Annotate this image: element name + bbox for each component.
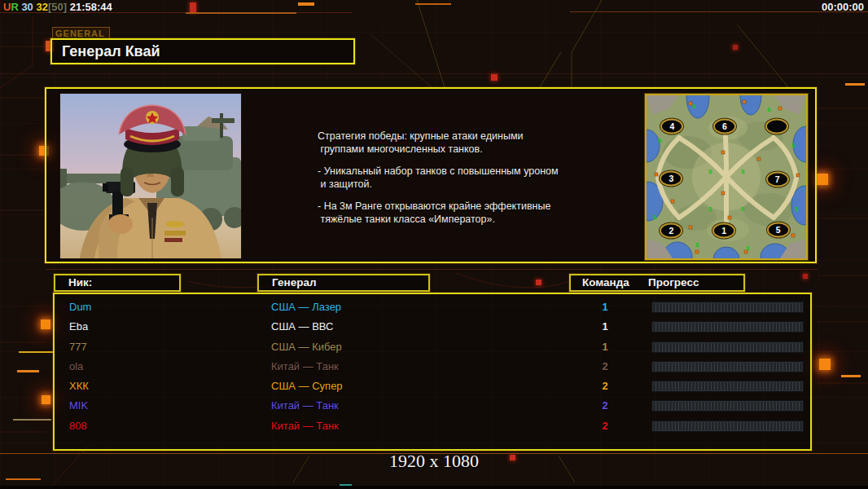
decor-square [819, 359, 831, 370]
map-preview: $$$ $$$ $$$ $$$ 4637215 [645, 94, 808, 260]
general-portrait-art [60, 94, 241, 258]
general-header-label: Генерал [272, 276, 316, 289]
status-segment: 21:58:44 [67, 1, 112, 13]
players-table: DumСША — Лазер1EbaСША — ВВС1777США — Киб… [53, 293, 812, 451]
player-team: 1 [596, 301, 614, 313]
map-markers: 4637215 [647, 95, 806, 258]
match-timer: 00:00:00 [822, 1, 864, 13]
map-start-marker [765, 119, 788, 134]
general-name-box: Генерал Квай [50, 38, 355, 64]
player-general: Китай — Танк [271, 399, 515, 412]
player-nick: Dum [69, 301, 248, 313]
player-nick: ola [69, 360, 248, 372]
decor-dash [17, 370, 39, 372]
player-team: 2 [596, 420, 614, 432]
player-progress [651, 361, 804, 372]
player-general: США — Кибер [271, 341, 515, 353]
status-segment: 32 [36, 1, 47, 13]
decor-dash [298, 2, 314, 6]
description-line: Стратегия победы: крупные атаки едиными [318, 130, 586, 143]
player-row: 808Китай — Танк2 [55, 416, 810, 436]
map-start-marker: 4 [660, 119, 683, 134]
map-start-marker: 7 [766, 172, 789, 187]
map-start-marker: 5 [767, 222, 790, 238]
nick-header-label: Ник: [68, 276, 92, 289]
player-general: США — Супер [271, 380, 515, 392]
loading-screen: UR 30 32[50] 21:58:44 00:00:00 GENERAL Г… [0, 0, 868, 489]
player-nick: 808 [69, 420, 248, 432]
player-progress [651, 381, 804, 392]
player-general: США — ВВС [271, 320, 515, 333]
progress-bar [651, 341, 804, 353]
decor-dash [13, 419, 51, 421]
team-header-label: Команда [582, 275, 629, 290]
description-line: группами многочисленных танков. [318, 143, 586, 156]
lobby-status: UR 30 32[50] 21:58:44 [3, 1, 112, 13]
player-nick: ХКК [69, 380, 248, 392]
description-line [318, 156, 586, 165]
player-progress [651, 421, 804, 432]
general-portrait [59, 93, 242, 259]
status-segment: 30 [19, 1, 37, 13]
column-header-team-progress: Команда Прогресс [569, 274, 745, 292]
decor-dash [841, 375, 861, 377]
player-nick: MIK [69, 399, 248, 412]
resolution-label: 1920 x 1080 [0, 451, 868, 472]
column-header-nick: Ник: [54, 274, 181, 292]
decor-dash [186, 12, 296, 14]
description-line: и защитой. [318, 178, 586, 191]
bottom-strip [0, 486, 868, 489]
column-header-general: Генерал [257, 274, 430, 292]
progress-bar [651, 321, 804, 333]
player-progress [651, 302, 804, 313]
status-segment: R [11, 1, 18, 13]
decor-square [733, 45, 738, 50]
map-start-marker: 6 [713, 119, 736, 134]
map-start-marker: 3 [660, 171, 682, 187]
player-progress [651, 321, 804, 333]
general-tab-label: GENERAL [52, 27, 110, 39]
player-progress [651, 400, 804, 412]
progress-header-label: Прогресс [648, 275, 699, 290]
map-start-marker: 1 [712, 223, 735, 239]
general-name: Генерал Квай [62, 43, 160, 59]
decor-square [42, 395, 50, 404]
general-description: Стратегия победы: крупные атаки едиными … [318, 130, 586, 226]
players-table-body: DumСША — Лазер1EbaСША — ВВС1777США — Киб… [55, 294, 810, 449]
player-row: ХККСША — Супер2 [55, 377, 810, 396]
progress-bar [651, 400, 804, 412]
player-nick: Eba [69, 320, 248, 333]
player-row: 777США — Кибер1 [55, 337, 810, 357]
player-general: США — Лазер [271, 301, 515, 313]
decor-square [536, 280, 541, 285]
player-nick: 777 [69, 341, 248, 353]
description-line: тяжёлые танки класса «Император». [318, 213, 586, 226]
player-team: 2 [596, 380, 614, 392]
player-progress [651, 341, 804, 353]
player-team: 1 [596, 320, 614, 333]
description-line: - На 3м Ранге открываются крайне эффекти… [318, 200, 586, 213]
progress-bar [651, 361, 804, 372]
decor-dash [415, 3, 451, 5]
decor-dash [19, 351, 53, 353]
player-team: 1 [596, 341, 614, 353]
player-row: EbaСША — ВВС1 [55, 317, 810, 337]
player-row: olaКитай — Танк2 [55, 357, 810, 377]
description-line [318, 191, 586, 200]
progress-bar [651, 302, 804, 313]
map-start-marker: 2 [660, 223, 682, 239]
progress-bar [651, 381, 804, 392]
player-row: DumСША — Лазер1 [55, 297, 810, 317]
decor-dash [6, 478, 41, 480]
decor-square [190, 2, 196, 12]
player-team: 2 [596, 360, 614, 372]
description-line: - Уникальный набор танков с повышенным у… [318, 165, 586, 178]
decor-dash [845, 83, 865, 86]
decor-square [41, 319, 50, 329]
player-row: MIKКитай — Танк2 [55, 396, 810, 416]
progress-bar [651, 421, 804, 432]
player-general: Китай — Танк [271, 360, 515, 372]
decor-square [491, 74, 498, 81]
player-team: 2 [596, 399, 614, 412]
decor-square [817, 174, 828, 185]
